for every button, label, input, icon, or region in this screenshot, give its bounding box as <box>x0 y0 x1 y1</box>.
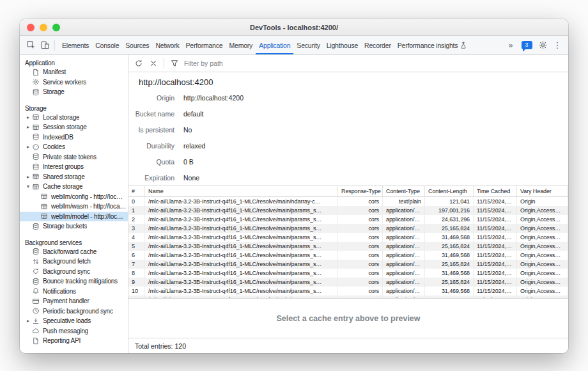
sidebar-item-webllm-wasm-http-loca[interactable]: webllm/wasm - http://loca… <box>20 201 128 212</box>
sidebar-item-shared-storage[interactable]: ▸Shared storage <box>20 172 128 182</box>
cache-entry-row[interactable]: 8/mlc-ai/Llama-3.2-3B-Instruct-q4f16_1-M… <box>128 269 568 278</box>
sidebar-item-session-storage[interactable]: ▸Session storage <box>20 122 128 132</box>
tab-network[interactable]: Network <box>152 36 182 54</box>
inspect-icon[interactable] <box>24 38 38 52</box>
window-title: DevTools - localhost:4200/ <box>20 24 568 31</box>
chevron-right-icon[interactable]: ▸ <box>25 114 31 120</box>
column-header-content-type[interactable]: Content-Type <box>383 186 425 196</box>
chevron-right-icon[interactable]: ▸ <box>25 318 31 324</box>
filter-by-path-input[interactable]: Filter by path <box>184 59 565 67</box>
cell-time-cached: 11/15/2024, 10… <box>474 224 517 233</box>
tab-elements[interactable]: Elements <box>59 36 92 54</box>
minimize-window-button[interactable] <box>40 24 47 31</box>
cache-entry-row[interactable]: 2/mlc-ai/Llama-3.2-3B-Instruct-q4f16_1-M… <box>128 215 568 224</box>
more-tabs-button[interactable]: » <box>504 38 518 52</box>
sidebar-item-background-sync[interactable]: Background sync <box>20 267 128 277</box>
sidebar-item-local-storage[interactable]: ▸Local storage <box>20 113 128 123</box>
sidebar-item-indexeddb[interactable]: IndexedDB <box>20 132 128 143</box>
sidebar-item-manifest[interactable]: Manifest <box>20 67 128 77</box>
cache-entry-row[interactable]: 7/mlc-ai/Llama-3.2-3B-Instruct-q4f16_1-M… <box>128 260 568 269</box>
sidebar-item-background-fetch[interactable]: Background fetch <box>20 257 128 267</box>
column-header-num[interactable]: # <box>128 186 145 196</box>
sidebar-item-label: Storage buckets <box>43 223 87 230</box>
zoom-window-button[interactable] <box>52 24 60 31</box>
tab-performance-insights[interactable]: Performance insights <box>394 36 471 54</box>
sidebar-item-push-messaging[interactable]: Push messaging <box>20 326 128 336</box>
sidebar-item-reporting-api[interactable]: Reporting API <box>20 336 128 346</box>
sidebar-item-webllm-config-http-loc[interactable]: webllm/config - http://loc… <box>20 192 128 202</box>
cache-entry-row[interactable]: 5/mlc-ai/Llama-3.2-3B-Instruct-q4f16_1-M… <box>128 242 568 251</box>
column-header-response-type[interactable]: Response-Type <box>338 186 383 196</box>
column-header-name[interactable]: Name <box>145 186 338 196</box>
chevron-right-icon[interactable]: ▸ <box>25 124 31 130</box>
table-header-row: #NameResponse-TypeContent-TypeContent-Le… <box>128 186 568 197</box>
sidebar: ApplicationManifestService workersStorag… <box>20 55 128 353</box>
cell-response-type: cors <box>338 215 383 224</box>
settings-gear-icon[interactable] <box>536 38 550 52</box>
more-options-icon[interactable]: ⋮ <box>550 38 564 52</box>
cloud-icon <box>31 327 40 335</box>
cell-response-type: cors <box>338 197 383 206</box>
bell-icon <box>31 287 40 295</box>
refresh-icon[interactable] <box>132 56 146 70</box>
sidebar-item-payment-handler[interactable]: Payment handler <box>20 296 128 306</box>
metadata-label: Durability <box>128 142 174 150</box>
sidebar-item-label: Reporting API <box>43 337 81 344</box>
cache-metadata: Originhttp://localhost:4200Bucket namede… <box>128 90 568 186</box>
devtools-body: ApplicationManifestService workersStorag… <box>20 55 568 353</box>
sidebar-item-storage[interactable]: Storage <box>20 87 128 97</box>
sidebar-item-cookies[interactable]: ▸Cookies <box>20 142 128 152</box>
sidebar-item-back-forward-cache[interactable]: Back/forward cache <box>20 247 128 257</box>
table-icon <box>40 212 49 220</box>
sidebar-item-cache-storage[interactable]: ▾Cache storage <box>20 182 128 192</box>
cell-vary-header: Origin <box>517 197 568 206</box>
sidebar-item-periodic-background-sync[interactable]: Periodic background sync <box>20 306 128 317</box>
close-window-button[interactable] <box>27 24 35 31</box>
sidebar-section-header-storage[interactable]: Storage <box>20 103 128 113</box>
sidebar-item-notifications[interactable]: Notifications <box>20 287 128 297</box>
cache-entry-row[interactable]: 1/mlc-ai/Llama-3.2-3B-Instruct-q4f16_1-M… <box>128 206 568 215</box>
device-toolbar-icon[interactable] <box>38 38 52 52</box>
cache-entry-row[interactable]: 0/mlc-ai/Llama-3.2-3B-Instruct-q4f16_1-M… <box>128 197 568 206</box>
sidebar-item-interest-groups[interactable]: Interest groups <box>20 162 128 172</box>
cache-entry-row[interactable]: 4/mlc-ai/Llama-3.2-3B-Instruct-q4f16_1-M… <box>128 233 568 242</box>
cache-entry-row[interactable]: 3/mlc-ai/Llama-3.2-3B-Instruct-q4f16_1-M… <box>128 224 568 233</box>
filter-icon[interactable] <box>167 56 182 70</box>
column-header-content-length[interactable]: Content-Length <box>425 186 474 196</box>
status-bar: Total entries: 120 <box>128 338 568 353</box>
sidebar-item-service-workers[interactable]: Service workers <box>20 77 128 88</box>
cell-response-type: cors <box>338 224 383 233</box>
tab-memory[interactable]: Memory <box>226 36 256 54</box>
issues-icon[interactable]: 3 <box>518 38 535 52</box>
column-header-vary-header[interactable]: Vary Header <box>517 186 568 196</box>
cell-num: 2 <box>128 215 145 224</box>
sidebar-item-webllm-model-http-loc[interactable]: webllm/model - http://loc… <box>20 212 128 222</box>
tab-application[interactable]: Application <box>256 36 293 54</box>
tab-console[interactable]: Console <box>92 36 122 54</box>
sidebar-item-bounce-tracking-mitigations[interactable]: Bounce tracking mitigations <box>20 276 128 287</box>
sidebar-item-label: Cookies <box>43 143 65 150</box>
column-header-time-cached[interactable]: Time Cached <box>474 186 517 196</box>
cache-entry-row[interactable]: 6/mlc-ai/Llama-3.2-3B-Instruct-q4f16_1-M… <box>128 251 568 260</box>
cell-vary-header: Origin,Access… <box>517 251 568 260</box>
tab-security[interactable]: Security <box>293 36 323 54</box>
tab-sources[interactable]: Sources <box>122 36 152 54</box>
chevron-down-icon[interactable]: ▾ <box>25 184 31 189</box>
file-icon <box>31 68 40 76</box>
chevron-right-icon[interactable]: ▸ <box>25 174 31 180</box>
sidebar-item-speculative-loads[interactable]: ▸Speculative loads <box>20 316 128 326</box>
cache-entry-row[interactable]: 10/mlc-ai/Llama-3.2-3B-Instruct-q4f16_1-… <box>128 287 568 296</box>
tab-performance[interactable]: Performance <box>183 36 226 54</box>
sidebar-item-storage-buckets[interactable]: Storage buckets <box>20 221 128 232</box>
tab-lighthouse[interactable]: Lighthouse <box>323 36 361 54</box>
delete-entry-icon[interactable] <box>146 56 160 70</box>
chevron-right-icon[interactable]: ▸ <box>25 144 31 150</box>
cell-content-length: 197,001,216 <box>425 206 474 215</box>
cache-entry-row[interactable]: 9/mlc-ai/Llama-3.2-3B-Instruct-q4f16_1-M… <box>128 278 568 287</box>
tab-recorder[interactable]: Recorder <box>361 36 394 54</box>
sync-icon <box>31 267 40 275</box>
database-icon <box>31 163 40 171</box>
sidebar-section-header-background-services[interactable]: Background services <box>20 237 128 247</box>
sidebar-section-header-application[interactable]: Application <box>20 58 128 67</box>
sidebar-item-private-state-tokens[interactable]: Private state tokens <box>20 152 128 162</box>
